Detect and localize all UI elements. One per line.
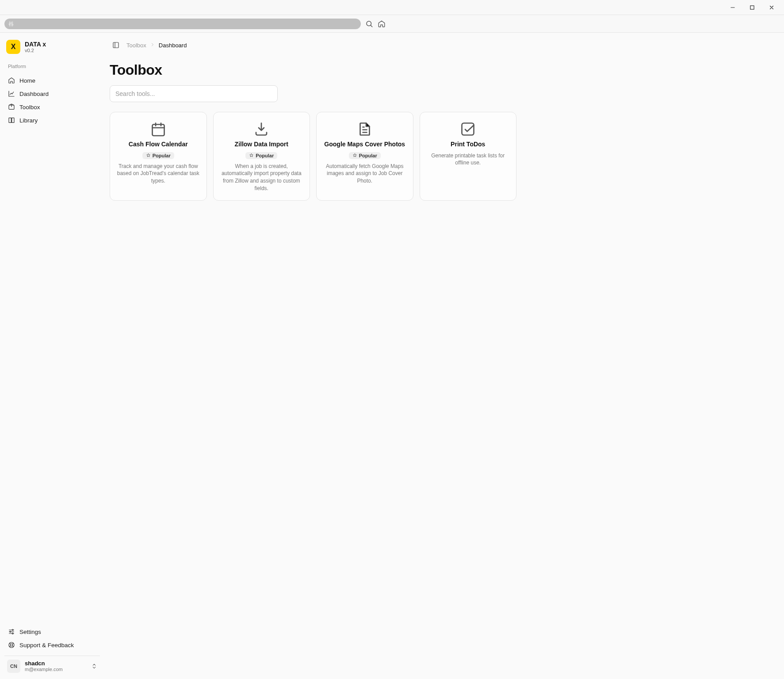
app-body: X DATA x v0.2 Platform Home Dashboard — [0, 33, 784, 679]
chevrons-up-down-icon — [91, 663, 97, 669]
breadcrumb: Toolbox Dashboard — [126, 42, 187, 49]
window-close-button[interactable] — [763, 1, 780, 14]
user-menu[interactable]: CN shadcn m@example.com — [4, 656, 100, 675]
breadcrumb-separator — [150, 42, 155, 49]
search-input[interactable] — [110, 85, 278, 102]
badge-label: Popular — [256, 153, 274, 158]
file-text-icon — [357, 121, 373, 137]
sidebar-item-label: Support & Feedback — [19, 642, 74, 648]
search-icon[interactable] — [365, 20, 373, 28]
window-minimize-button[interactable] — [724, 1, 742, 14]
sidebar-item-library[interactable]: Library — [4, 114, 100, 126]
breadcrumb-item[interactable]: Dashboard — [159, 42, 187, 49]
tool-cards: Cash Flow Calendar Popular Track and man… — [110, 112, 516, 201]
chart-icon — [8, 90, 15, 97]
topbar: Toolbox Dashboard — [110, 39, 773, 51]
settings-icon — [8, 628, 15, 635]
sidebar-item-label: Toolbox — [19, 104, 40, 111]
page-title: Toolbox — [110, 62, 773, 78]
check-square-icon — [460, 121, 476, 137]
sidebar-section-label: Platform — [4, 59, 100, 70]
star-icon — [352, 153, 357, 158]
popular-badge: Popular — [245, 152, 277, 159]
sidebar-item-toolbox[interactable]: Toolbox — [4, 101, 100, 113]
sidebar-item-label: Library — [19, 117, 38, 124]
sidebar-item-settings[interactable]: Settings — [4, 626, 100, 638]
panel-left-icon — [112, 42, 119, 49]
brand-version: v0.2 — [25, 48, 46, 53]
maximize-icon — [749, 4, 755, 11]
sidebar-item-home[interactable]: Home — [4, 74, 100, 87]
breadcrumb-item[interactable]: Toolbox — [126, 42, 146, 49]
brand: X DATA x v0.2 — [4, 39, 100, 55]
main-content: Toolbox Dashboard Toolbox Cash Flow Cale… — [104, 33, 784, 679]
sidebar-nav: Home Dashboard Toolbox Library — [4, 74, 100, 126]
home-icon — [8, 77, 15, 84]
tool-card-zillow-data-import[interactable]: Zillow Data Import Popular When a job is… — [213, 112, 310, 201]
tool-card-google-maps-cover-photos[interactable]: Google Maps Cover Photos Popular Automat… — [316, 112, 413, 201]
user-email: m@example.com — [25, 667, 63, 672]
life-ring-icon — [8, 641, 15, 648]
sidebar: X DATA x v0.2 Platform Home Dashboard — [0, 33, 104, 679]
tool-card-title: Google Maps Cover Photos — [324, 141, 405, 149]
sidebar-item-support[interactable]: Support & Feedback — [4, 639, 100, 651]
browser-address-bar — [0, 15, 784, 33]
book-icon — [8, 117, 15, 124]
package-icon — [8, 103, 15, 111]
badge-label: Popular — [359, 153, 377, 158]
sidebar-toggle-button[interactable] — [110, 39, 122, 51]
minimize-icon — [730, 4, 736, 11]
sliders-icon — [8, 21, 14, 27]
brand-name: DATA x — [25, 41, 46, 48]
tool-card-title: Cash Flow Calendar — [129, 141, 188, 149]
tool-card-description: Automatically fetch Google Maps images a… — [323, 163, 407, 185]
avatar: CN — [7, 660, 20, 673]
tool-card-print-todos[interactable]: Print ToDos Generate printable task list… — [420, 112, 517, 201]
tool-card-title: Zillow Data Import — [235, 141, 288, 149]
window-maximize-button[interactable] — [743, 1, 761, 14]
app-window: X DATA x v0.2 Platform Home Dashboard — [0, 0, 784, 679]
star-icon — [249, 153, 254, 158]
sidebar-item-dashboard[interactable]: Dashboard — [4, 88, 100, 100]
sidebar-item-label: Home — [19, 77, 35, 84]
close-icon — [769, 4, 775, 11]
sidebar-item-label: Dashboard — [19, 91, 49, 97]
sidebar-footer-nav: Settings Support & Feedback — [4, 626, 100, 651]
window-titlebar — [0, 0, 784, 15]
popular-badge: Popular — [349, 152, 381, 159]
star-icon — [146, 153, 151, 158]
sidebar-item-label: Settings — [19, 629, 41, 635]
chevron-right-icon — [150, 42, 155, 47]
calendar-icon — [150, 121, 166, 137]
tool-card-description: Track and manage your cash flow based on… — [116, 163, 200, 185]
tool-card-title: Print ToDos — [451, 141, 485, 149]
popular-badge: Popular — [142, 152, 174, 159]
home-icon[interactable] — [378, 20, 386, 28]
tool-card-cash-flow-calendar[interactable]: Cash Flow Calendar Popular Track and man… — [110, 112, 207, 201]
download-icon — [253, 121, 269, 137]
tool-card-description: When a job is created, automatically imp… — [220, 163, 304, 192]
brand-logo: X — [6, 40, 20, 54]
url-field[interactable] — [4, 19, 361, 29]
badge-label: Popular — [153, 153, 171, 158]
search-box — [110, 85, 278, 102]
tool-card-description: Generate printable task lists for offlin… — [426, 152, 510, 167]
svg-rect-13 — [750, 5, 754, 9]
user-name: shadcn — [25, 660, 63, 667]
